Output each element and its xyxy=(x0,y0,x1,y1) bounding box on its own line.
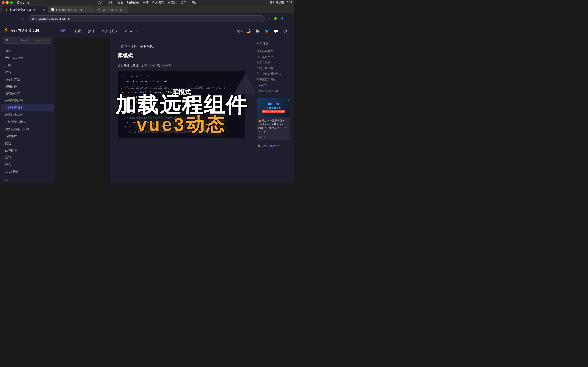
menu-view[interactable]: 视图 xyxy=(117,0,123,5)
sidebar-item-perf[interactable]: 性能 xyxy=(1,154,53,161)
url-text: cn.vitejs.dev/guide/build.html xyxy=(32,17,69,20)
ad-label: 🔖 广告 xyxy=(257,135,290,140)
viteconf-label: ViteConf 2023 xyxy=(263,144,280,148)
search-placeholder: Search xyxy=(20,39,33,42)
sidebar-item-troubleshoot[interactable]: 故障排除 xyxy=(1,147,53,154)
sidebar-item-plugin-api[interactable]: 插件 API xyxy=(1,183,53,184)
github-icon[interactable] xyxy=(282,28,288,34)
body-text: 进行外部化处理，例如 vue 或 react ： xyxy=(118,63,245,68)
sidebar-item-api-section: API xyxy=(1,177,53,183)
tab-2[interactable]: 📄 require.js (v2.3.6) - RequireJ... ✕ xyxy=(48,6,94,13)
menu-history[interactable]: 历史记录 xyxy=(127,0,139,5)
section-title-library: 库模式 xyxy=(118,52,245,59)
forward-button[interactable]: › xyxy=(11,16,17,22)
toc-item-library[interactable]: 库模式 xyxy=(257,83,290,88)
sidebar-search[interactable]: 🔍 Search ⌘K xyxy=(3,37,52,44)
lang-dropdown-icon: ▾ xyxy=(241,29,242,33)
toc-item-base[interactable]: 公共基础路径 xyxy=(257,54,290,60)
sidebar-item-start[interactable]: 开始 xyxy=(1,62,53,69)
tab-2-close[interactable]: ✕ xyxy=(90,9,91,11)
toc-item-advanced-base[interactable]: 进阶基础路径选项 xyxy=(257,88,290,94)
sidebar-item-compare[interactable]: 比较 xyxy=(1,140,53,147)
mastodon-icon[interactable]: 🐘 xyxy=(254,28,261,34)
ad-badge: 领先第三 GVP开源项目 xyxy=(262,110,285,113)
tab-1-close[interactable]: ✕ xyxy=(43,9,45,11)
menu-tabs[interactable]: 标签页 xyxy=(168,0,177,5)
sidebar-item-prebuild[interactable]: 依赖预构建 xyxy=(1,90,53,97)
vite-logo: ⚡ xyxy=(4,28,9,33)
tab-1-favicon: ⚡ xyxy=(5,8,8,11)
tab-1-title: 构建生产版本 | Vite 官方中文文档 xyxy=(10,8,41,12)
close-window-button[interactable] xyxy=(2,1,5,4)
profile-icon[interactable]: 👤 xyxy=(280,16,285,21)
titlebar: Chrome 文件 编辑 视图 历史记录 书签 个人资料 标签页 窗口 帮助 1… xyxy=(0,0,294,5)
address-input[interactable]: cn.vitejs.dev/guide/build.html xyxy=(27,15,265,22)
sidebar: ⚡ Vite 官方中文文档 🔍 Search ⌘K 指引 为什么选 Vite 开… xyxy=(0,24,55,184)
viteconf-link[interactable]: ⚡ ViteConf 2023 xyxy=(257,144,290,148)
toc-item-custom[interactable]: 自定义构建 xyxy=(257,60,290,66)
ad-panel: ✕ crmeb 开源商城系统 领先第三 GVP开源项目 🔥码云GVP开源项目 1… xyxy=(257,98,290,140)
sidebar-item-plugins[interactable]: 使用插件 xyxy=(1,83,53,90)
fullscreen-window-button[interactable] xyxy=(10,1,13,4)
ad-close-button[interactable]: ✕ xyxy=(287,99,289,102)
tab-3[interactable]: ⚡ Vite + Vue + TS ✕ xyxy=(95,6,128,13)
ad-logo: crmeb xyxy=(268,102,279,106)
toc-item-chunking[interactable]: 产物分块策略 xyxy=(257,65,290,71)
ad-description: 🔥码云GVP开源项目 12k star Uniapp + ElementUI 功… xyxy=(257,117,290,135)
sidebar-item-features[interactable]: 功能 xyxy=(1,69,53,76)
topnav-version[interactable]: Version ▾ xyxy=(125,28,138,34)
menu-edit[interactable]: 编辑 xyxy=(108,0,114,5)
tab-3-title: Vite + Vue + TS xyxy=(103,8,122,11)
toc-item-rebuild[interactable]: 文件变化时重新构建 xyxy=(257,71,290,77)
tab-bar: ⚡ 构建生产版本 | Vite 官方中文文档 ✕ 📄 require.js (v… xyxy=(0,5,294,13)
twitter-icon[interactable]: 🐦 xyxy=(264,28,270,34)
ad-tagline: 开源商城系统 xyxy=(266,106,281,110)
reload-button[interactable]: ↻ xyxy=(19,16,26,22)
tab-1[interactable]: ⚡ 构建生产版本 | Vite 官方中文文档 ✕ xyxy=(2,6,48,13)
code-comment-1: // vite.config.js xyxy=(121,75,149,78)
content-area: 工作方式保持一致的结构。 库模式 进行外部化处理，例如 vue 或 react … xyxy=(110,38,294,184)
sidebar-item-ssr[interactable]: 服务端渲染（SSR） xyxy=(1,126,53,133)
bookmark-icon[interactable]: ☆ xyxy=(267,16,272,21)
search-kbd: ⌘K xyxy=(35,39,50,42)
inline-code-vue: vue xyxy=(148,64,156,67)
menu-help[interactable]: 帮助 xyxy=(190,0,196,5)
sidebar-item-build[interactable]: 构建生产版本 xyxy=(1,104,53,111)
topnav-links[interactable]: 相关链接 ▾ xyxy=(110,28,117,34)
tab-3-close[interactable]: ✕ xyxy=(124,9,125,11)
menu-window[interactable]: 窗口 xyxy=(181,0,187,5)
toc-item-mpa[interactable]: 多页面应用模式 xyxy=(257,77,290,83)
more-options-icon[interactable]: ⋮ xyxy=(286,16,291,21)
theme-toggle-icon[interactable]: 🌙 xyxy=(245,28,252,34)
extension-icon[interactable]: 🧩 xyxy=(273,16,278,21)
sidebar-item-backend[interactable]: 后端集成 xyxy=(1,133,53,140)
top-navigation: 指引 配置 插件 相关链接 ▾ Version ▾ 文 ▾ 🌙 🐘 🐦 💬 xyxy=(110,24,294,38)
sidebar-item-migrate[interactable]: 从 v4 迁移 xyxy=(1,168,53,175)
menu-profile[interactable]: 个人资料 xyxy=(152,0,164,5)
back-button[interactable]: ‹ xyxy=(3,16,9,22)
sidebar-nav: 指引 为什么选 Vite 开始 功能 命令行界面 使用插件 依赖预构建 静态资源… xyxy=(0,45,55,184)
code-block: // vite.config.js import { resolve } fro… xyxy=(118,71,245,138)
app-name: Chrome xyxy=(17,1,29,4)
sidebar-item-why[interactable]: 为什么选 Vite xyxy=(1,55,53,61)
viteconf-icon: ⚡ xyxy=(257,144,261,148)
discord-icon[interactable]: 💬 xyxy=(273,28,279,34)
new-tab-button[interactable]: + xyxy=(129,7,135,13)
topnav-lang[interactable]: 文 ▾ xyxy=(237,28,242,34)
addressbar-actions: ☆ 🧩 👤 ⋮ xyxy=(267,16,291,21)
minimize-window-button[interactable] xyxy=(6,1,9,4)
toc-item-browser[interactable]: 浏览器兼容性 xyxy=(257,48,290,54)
code-comment-3: // the proper extensions will be added xyxy=(121,100,184,103)
sidebar-item-guide[interactable]: 指引 xyxy=(1,48,53,54)
menu-file[interactable]: 文件 xyxy=(98,0,104,5)
menu-bookmarks[interactable]: 书签 xyxy=(143,0,149,5)
sidebar-item-static[interactable]: 静态资源处理 xyxy=(1,97,53,104)
intro-text: 工作方式保持一致的结构。 xyxy=(118,44,245,49)
sidebar-item-cli[interactable]: 命令行界面 xyxy=(1,76,53,83)
right-panel: 本页目录 浏览器兼容性 公共基础路径 自定义构建 产物分块策略 文件变化时重新构… xyxy=(253,38,294,184)
sidebar-item-deploy[interactable]: 部署静态站点 xyxy=(1,111,53,118)
version-dropdown-icon: ▾ xyxy=(136,29,138,33)
traffic-lights xyxy=(2,1,13,4)
sidebar-item-philosophy[interactable]: 理念 xyxy=(1,161,53,168)
sidebar-item-env[interactable]: 环境变量与模式 xyxy=(1,119,53,125)
